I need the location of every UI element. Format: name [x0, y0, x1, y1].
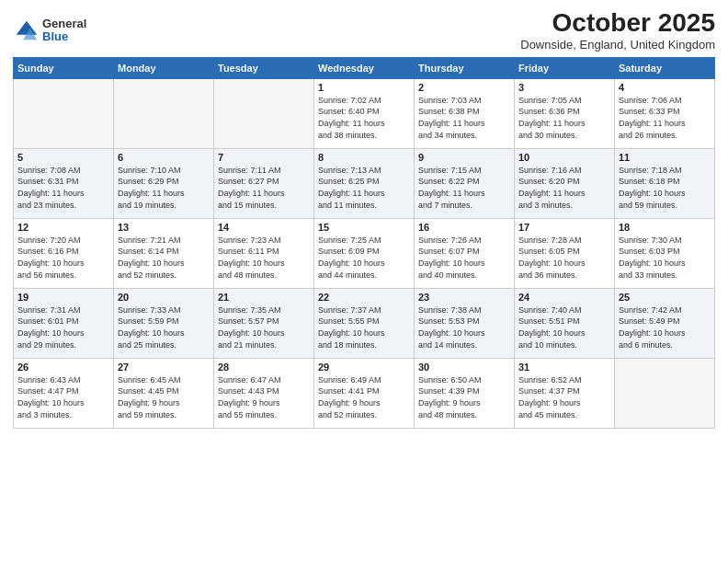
day-number: 17: [518, 222, 610, 233]
day-number: 15: [318, 222, 410, 233]
calendar-week-row: 12Sunrise: 7:20 AMSunset: 6:16 PMDayligh…: [14, 218, 715, 288]
day-number: 1: [318, 82, 410, 93]
calendar-week-row: 1Sunrise: 7:02 AMSunset: 6:40 PMDaylight…: [14, 78, 715, 148]
weekday-header-monday: Monday: [114, 57, 214, 78]
calendar-cell: 18Sunrise: 7:30 AMSunset: 6:03 PMDayligh…: [615, 218, 715, 288]
svg-marker-0: [17, 21, 37, 35]
day-info: Sunrise: 7:31 AMSunset: 6:01 PMDaylight:…: [17, 304, 109, 350]
day-info: Sunrise: 7:05 AMSunset: 6:36 PMDaylight:…: [518, 95, 610, 141]
calendar-cell: 14Sunrise: 7:23 AMSunset: 6:11 PMDayligh…: [214, 218, 314, 288]
calendar-week-row: 26Sunrise: 6:43 AMSunset: 4:47 PMDayligh…: [14, 358, 715, 428]
day-info: Sunrise: 7:02 AMSunset: 6:40 PMDaylight:…: [318, 95, 410, 141]
day-info: Sunrise: 7:42 AMSunset: 5:49 PMDaylight:…: [619, 304, 711, 350]
day-number: 23: [418, 292, 510, 303]
day-info: Sunrise: 7:08 AMSunset: 6:31 PMDaylight:…: [17, 165, 109, 211]
day-number: 4: [619, 82, 711, 93]
day-info: Sunrise: 7:40 AMSunset: 5:51 PMDaylight:…: [518, 304, 610, 350]
day-number: 14: [218, 222, 310, 233]
day-info: Sunrise: 6:43 AMSunset: 4:47 PMDaylight:…: [17, 374, 109, 420]
weekday-header-friday: Friday: [515, 57, 615, 78]
calendar-cell: 29Sunrise: 6:49 AMSunset: 4:41 PMDayligh…: [314, 358, 415, 428]
day-info: Sunrise: 7:37 AMSunset: 5:55 PMDaylight:…: [318, 304, 410, 350]
day-info: Sunrise: 6:49 AMSunset: 4:41 PMDaylight:…: [318, 374, 410, 420]
calendar-week-row: 5Sunrise: 7:08 AMSunset: 6:31 PMDaylight…: [14, 148, 715, 218]
day-info: Sunrise: 7:18 AMSunset: 6:18 PMDaylight:…: [619, 165, 711, 211]
weekday-header-row: SundayMondayTuesdayWednesdayThursdayFrid…: [14, 57, 715, 78]
logo-general-text: General: [42, 17, 86, 30]
day-number: 6: [118, 152, 210, 163]
calendar-cell: 16Sunrise: 7:26 AMSunset: 6:07 PMDayligh…: [415, 218, 515, 288]
day-number: 7: [218, 152, 310, 163]
day-number: 28: [218, 362, 310, 373]
day-number: 21: [218, 292, 310, 303]
header: General Blue October 2025 Downside, Engl…: [13, 9, 715, 52]
day-info: Sunrise: 7:26 AMSunset: 6:07 PMDaylight:…: [418, 235, 510, 281]
day-number: 27: [118, 362, 210, 373]
calendar-cell: 11Sunrise: 7:18 AMSunset: 6:18 PMDayligh…: [615, 148, 715, 218]
calendar-week-row: 19Sunrise: 7:31 AMSunset: 6:01 PMDayligh…: [14, 288, 715, 358]
page: General Blue October 2025 Downside, Engl…: [0, 0, 728, 563]
day-number: 24: [518, 292, 610, 303]
weekday-header-tuesday: Tuesday: [214, 57, 314, 78]
calendar-cell: 5Sunrise: 7:08 AMSunset: 6:31 PMDaylight…: [14, 148, 114, 218]
day-info: Sunrise: 6:52 AMSunset: 4:37 PMDaylight:…: [518, 374, 610, 420]
calendar-cell: 1Sunrise: 7:02 AMSunset: 6:40 PMDaylight…: [314, 78, 415, 148]
calendar-cell: 24Sunrise: 7:40 AMSunset: 5:51 PMDayligh…: [515, 288, 615, 358]
calendar-cell: 12Sunrise: 7:20 AMSunset: 6:16 PMDayligh…: [14, 218, 114, 288]
day-info: Sunrise: 7:03 AMSunset: 6:38 PMDaylight:…: [418, 95, 510, 141]
day-number: 5: [17, 152, 109, 163]
calendar-cell: 26Sunrise: 6:43 AMSunset: 4:47 PMDayligh…: [14, 358, 114, 428]
day-info: Sunrise: 7:11 AMSunset: 6:27 PMDaylight:…: [218, 165, 310, 211]
logo: General Blue: [13, 17, 86, 44]
title-block: October 2025 Downside, England, United K…: [520, 9, 715, 52]
day-number: 18: [619, 222, 711, 233]
calendar-cell: 20Sunrise: 7:33 AMSunset: 5:59 PMDayligh…: [114, 288, 214, 358]
day-number: 9: [418, 152, 510, 163]
weekday-header-wednesday: Wednesday: [314, 57, 415, 78]
logo-text: General Blue: [42, 17, 86, 44]
calendar-cell: 28Sunrise: 6:47 AMSunset: 4:43 PMDayligh…: [214, 358, 314, 428]
calendar-cell: 21Sunrise: 7:35 AMSunset: 5:57 PMDayligh…: [214, 288, 314, 358]
day-info: Sunrise: 7:28 AMSunset: 6:05 PMDaylight:…: [518, 235, 610, 281]
day-info: Sunrise: 7:23 AMSunset: 6:11 PMDaylight:…: [218, 235, 310, 281]
weekday-header-thursday: Thursday: [415, 57, 515, 78]
day-info: Sunrise: 7:06 AMSunset: 6:33 PMDaylight:…: [619, 95, 711, 141]
calendar-cell: 2Sunrise: 7:03 AMSunset: 6:38 PMDaylight…: [415, 78, 515, 148]
calendar-cell: 13Sunrise: 7:21 AMSunset: 6:14 PMDayligh…: [114, 218, 214, 288]
calendar-cell: 27Sunrise: 6:45 AMSunset: 4:45 PMDayligh…: [114, 358, 214, 428]
calendar-cell: 15Sunrise: 7:25 AMSunset: 6:09 PMDayligh…: [314, 218, 415, 288]
calendar-cell: [14, 78, 114, 148]
calendar-cell: 4Sunrise: 7:06 AMSunset: 6:33 PMDaylight…: [615, 78, 715, 148]
day-number: 25: [619, 292, 711, 303]
day-info: Sunrise: 7:33 AMSunset: 5:59 PMDaylight:…: [118, 304, 210, 350]
calendar-cell: 10Sunrise: 7:16 AMSunset: 6:20 PMDayligh…: [515, 148, 615, 218]
day-number: 31: [518, 362, 610, 373]
day-info: Sunrise: 7:10 AMSunset: 6:29 PMDaylight:…: [118, 165, 210, 211]
day-info: Sunrise: 7:16 AMSunset: 6:20 PMDaylight:…: [518, 165, 610, 211]
day-info: Sunrise: 7:15 AMSunset: 6:22 PMDaylight:…: [418, 165, 510, 211]
day-number: 16: [418, 222, 510, 233]
calendar-cell: [114, 78, 214, 148]
day-number: 2: [418, 82, 510, 93]
calendar-cell: 7Sunrise: 7:11 AMSunset: 6:27 PMDaylight…: [214, 148, 314, 218]
day-number: 19: [17, 292, 109, 303]
day-number: 13: [118, 222, 210, 233]
day-number: 8: [318, 152, 410, 163]
logo-blue-text: Blue: [42, 30, 86, 43]
calendar-cell: 19Sunrise: 7:31 AMSunset: 6:01 PMDayligh…: [14, 288, 114, 358]
calendar-cell: 30Sunrise: 6:50 AMSunset: 4:39 PMDayligh…: [415, 358, 515, 428]
day-info: Sunrise: 7:25 AMSunset: 6:09 PMDaylight:…: [318, 235, 410, 281]
day-number: 12: [17, 222, 109, 233]
day-info: Sunrise: 7:13 AMSunset: 6:25 PMDaylight:…: [318, 165, 410, 211]
day-number: 11: [619, 152, 711, 163]
weekday-header-sunday: Sunday: [14, 57, 114, 78]
day-number: 3: [518, 82, 610, 93]
day-info: Sunrise: 7:20 AMSunset: 6:16 PMDaylight:…: [17, 235, 109, 281]
day-number: 20: [118, 292, 210, 303]
location: Downside, England, United Kingdom: [520, 38, 715, 52]
logo-icon: [13, 17, 39, 43]
calendar-cell: 17Sunrise: 7:28 AMSunset: 6:05 PMDayligh…: [515, 218, 615, 288]
calendar-cell: 31Sunrise: 6:52 AMSunset: 4:37 PMDayligh…: [515, 358, 615, 428]
day-info: Sunrise: 7:21 AMSunset: 6:14 PMDaylight:…: [118, 235, 210, 281]
calendar-cell: 6Sunrise: 7:10 AMSunset: 6:29 PMDaylight…: [114, 148, 214, 218]
